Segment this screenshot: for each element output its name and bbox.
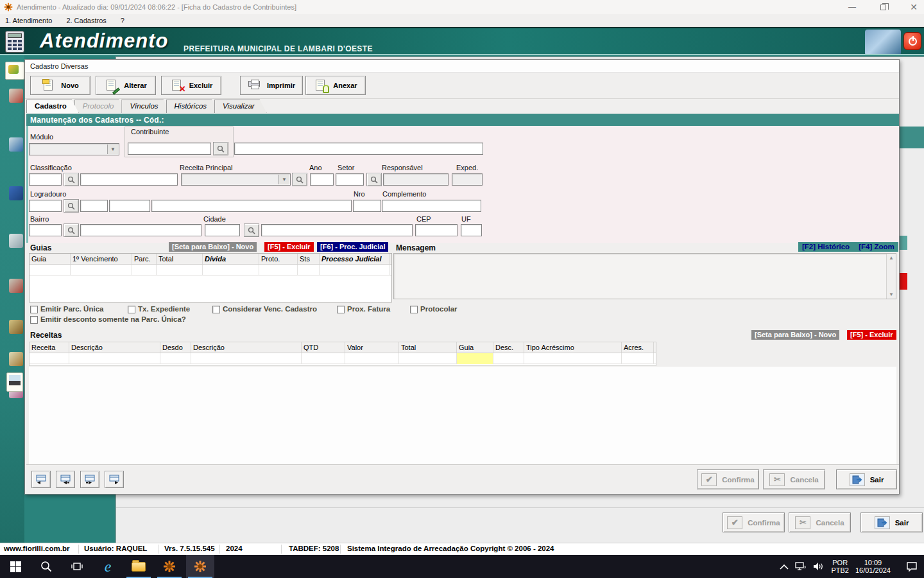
bairro-code-input[interactable] — [29, 224, 62, 236]
tab-protocolo[interactable]: Protocolo — [74, 100, 126, 113]
cidade-search-button[interactable] — [244, 223, 259, 237]
taskbar-search-button[interactable] — [32, 555, 60, 578]
guias-grid[interactable]: Guia 1º Vencimento Parc. Total Dívida Pr… — [29, 253, 392, 302]
nro-input[interactable] — [353, 200, 381, 212]
imprimir-button[interactable]: Imprimir — [240, 76, 303, 95]
protocolar-checkbox[interactable] — [410, 306, 418, 313]
logradouro-search-button[interactable] — [64, 199, 79, 213]
logradouro-nome-input[interactable] — [151, 200, 352, 212]
tray-chevron-up-icon[interactable] — [780, 564, 789, 570]
anexar-button[interactable]: Anexar — [305, 76, 366, 95]
classificacao-search-button[interactable] — [64, 173, 79, 186]
tab-visualizar[interactable]: Visualizar — [214, 100, 267, 113]
sair-button[interactable]: Sair — [836, 469, 897, 489]
uf-input[interactable] — [461, 224, 482, 236]
logradouro-tipo-input[interactable] — [80, 200, 108, 212]
notification-center-icon[interactable] — [906, 561, 918, 572]
confirma-button[interactable]: ✔ Confirma — [697, 469, 759, 489]
file-explorer-button[interactable] — [124, 555, 153, 578]
prox-fatura-checkbox[interactable] — [337, 306, 345, 313]
modulo-combobox[interactable]: ▼ — [29, 143, 119, 155]
setor-search-button[interactable] — [366, 173, 382, 186]
desconto-checkbox[interactable] — [30, 316, 38, 324]
ano-input[interactable] — [310, 173, 334, 186]
logradouro-code-input[interactable] — [29, 200, 62, 212]
minimize-button[interactable]: — — [846, 2, 859, 12]
guia-highlight-cell[interactable] — [457, 353, 493, 364]
setor-input[interactable] — [336, 173, 364, 186]
parent-sair-button[interactable]: Sair — [860, 512, 923, 532]
tab-historicos[interactable]: Históricos — [166, 100, 219, 113]
excluir-button[interactable]: ✕ Excluir — [161, 76, 221, 95]
cancela-button[interactable]: ✂ Cancela — [763, 469, 825, 489]
cep-label: CEP — [416, 215, 431, 223]
close-button[interactable]: ✕ — [907, 2, 920, 12]
cidade-code-input[interactable] — [205, 224, 240, 236]
sair-label: Sair — [870, 476, 884, 484]
search-icon — [370, 176, 378, 184]
logradouro-titulo-input[interactable] — [109, 200, 150, 212]
tab-vinculos[interactable]: Vínculos — [121, 100, 170, 113]
cancela-label: Cancela — [790, 476, 818, 484]
memo-scrollbar[interactable]: ▲▼ — [886, 254, 896, 299]
clock[interactable]: 10:09 16/01/2024 — [855, 559, 891, 574]
responsavel-input[interactable] — [383, 173, 449, 186]
novo-button[interactable]: Novo — [30, 76, 90, 95]
exped-input[interactable] — [452, 173, 483, 186]
parent-confirma-button[interactable]: ✔ Confirma — [723, 512, 785, 532]
contribuinte-name-input[interactable] — [234, 143, 483, 155]
internet-explorer-icon: e — [105, 560, 112, 573]
speaker-icon[interactable] — [813, 562, 825, 571]
nav-last-button[interactable] — [105, 471, 124, 488]
cidade-label: Cidade — [203, 215, 226, 223]
start-button[interactable] — [1, 555, 30, 578]
scroll-down-icon[interactable]: ▼ — [889, 292, 894, 297]
edit-icon — [105, 80, 119, 91]
exit-icon — [875, 516, 890, 529]
receitas-empty-row[interactable] — [30, 353, 656, 364]
emitir-parc-checkbox[interactable] — [30, 306, 38, 313]
internet-explorer-button[interactable]: e — [94, 555, 122, 578]
guias-col: 1º Vencimento — [71, 254, 132, 264]
scroll-up-icon[interactable]: ▲ — [889, 255, 894, 261]
cep-input[interactable] — [415, 224, 458, 236]
exped-label: Exped. — [456, 164, 478, 171]
receita-principal-combobox[interactable]: ▼ — [181, 173, 291, 186]
language-indicator[interactable]: POR PTB2 — [831, 559, 849, 574]
emitir-parc-label: Emitir Parc. Única — [40, 305, 103, 313]
nav-first-button[interactable] — [31, 471, 51, 488]
cidade-nome-input[interactable] — [261, 224, 413, 236]
receita-principal-search-button[interactable] — [292, 173, 307, 186]
guias-empty-row[interactable] — [30, 265, 391, 276]
contribuinte-code-input[interactable] — [128, 143, 211, 155]
complemento-input[interactable] — [382, 200, 481, 212]
nav-next-button[interactable] — [80, 471, 99, 488]
nav-prev-button[interactable] — [56, 471, 75, 488]
parent-cancela-button[interactable]: ✂ Cancela — [789, 512, 851, 532]
mensagem-memo[interactable]: ▲▼ — [393, 253, 896, 299]
fiorilli-atendimento-button[interactable] — [186, 555, 214, 578]
sidebar-icon-fragment — [9, 352, 23, 366]
power-exit-button[interactable] — [903, 32, 921, 50]
bairro-search-button[interactable] — [64, 223, 79, 237]
classificacao-desc-input[interactable] — [80, 173, 178, 186]
contribuinte-search-button[interactable] — [213, 142, 228, 155]
chevron-down-icon[interactable]: ▼ — [107, 144, 118, 154]
receitas-col: Guia — [457, 342, 493, 353]
task-view-button[interactable] — [63, 555, 91, 578]
considerar-venc-checkbox[interactable] — [212, 306, 220, 313]
alterar-button[interactable]: Alterar — [96, 76, 156, 95]
menu-help[interactable]: ? — [121, 17, 124, 24]
restore-button[interactable] — [877, 2, 889, 12]
menu-atendimento[interactable]: 1. Atendimento — [5, 17, 52, 24]
tx-expediente-checkbox[interactable] — [128, 306, 135, 313]
fiorilli-app-button[interactable] — [155, 555, 184, 578]
network-icon[interactable] — [795, 562, 807, 571]
chevron-down-icon[interactable]: ▼ — [278, 175, 289, 184]
complemento-label: Complemento — [382, 190, 426, 198]
classificacao-code-input[interactable] — [29, 173, 62, 186]
receitas-grid[interactable]: Receita Descrição Desdo Descrição QTD Va… — [29, 342, 656, 366]
tab-cadastro[interactable]: Cadastro — [26, 100, 79, 113]
bairro-nome-input[interactable] — [80, 224, 201, 236]
menu-cadastros[interactable]: 2. Cadastros — [66, 17, 106, 24]
